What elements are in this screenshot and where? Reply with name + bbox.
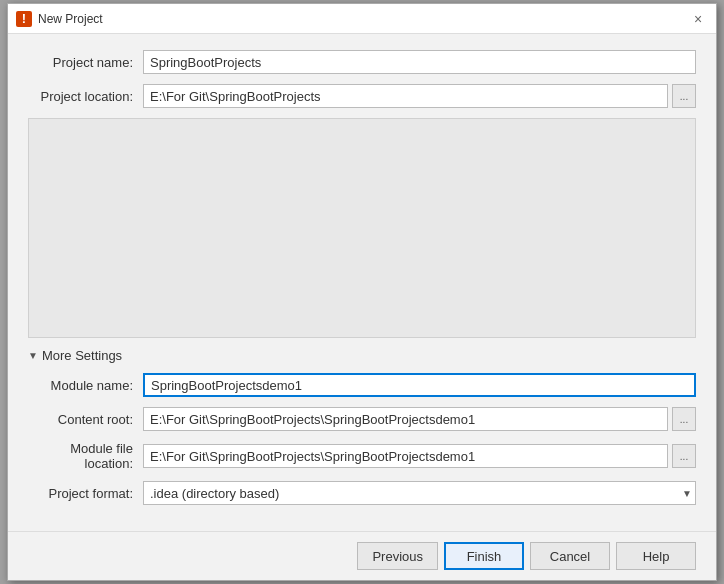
module-file-location-input-wrapper: ... bbox=[143, 444, 696, 468]
module-file-location-browse-button[interactable]: ... bbox=[672, 444, 696, 468]
module-name-label: Module name: bbox=[28, 378, 143, 393]
project-format-select[interactable]: .idea (directory based) Eclipse (.classp… bbox=[143, 481, 696, 505]
content-root-label: Content root: bbox=[28, 412, 143, 427]
more-settings-section: ▼ More Settings Module name: Content roo… bbox=[28, 348, 696, 505]
project-name-label: Project name: bbox=[28, 55, 143, 70]
project-location-input-wrapper: ... bbox=[143, 84, 696, 108]
module-name-row: Module name: bbox=[28, 373, 696, 397]
content-root-input[interactable] bbox=[143, 407, 668, 431]
module-file-location-row: Module file location: ... bbox=[28, 441, 696, 471]
project-format-row: Project format: .idea (directory based) … bbox=[28, 481, 696, 505]
module-name-input-wrapper bbox=[143, 373, 696, 397]
main-content-area bbox=[28, 118, 696, 338]
finish-button[interactable]: Finish bbox=[444, 542, 524, 570]
module-name-input[interactable] bbox=[143, 373, 696, 397]
module-file-location-input[interactable] bbox=[143, 444, 668, 468]
content-root-row: Content root: ... bbox=[28, 407, 696, 431]
content-root-browse-button[interactable]: ... bbox=[672, 407, 696, 431]
project-location-row: Project location: ... bbox=[28, 84, 696, 108]
project-name-input-wrapper bbox=[143, 50, 696, 74]
project-location-browse-button[interactable]: ... bbox=[672, 84, 696, 108]
dialog-body: Project name: Project location: ... ▼ Mo… bbox=[8, 34, 716, 531]
project-format-dropdown-wrapper: .idea (directory based) Eclipse (.classp… bbox=[143, 481, 696, 505]
more-settings-toggle[interactable]: ▼ More Settings bbox=[28, 348, 696, 363]
module-file-location-label: Module file location: bbox=[28, 441, 143, 471]
window-title: New Project bbox=[38, 12, 103, 26]
more-settings-label: More Settings bbox=[42, 348, 122, 363]
project-name-row: Project name: bbox=[28, 50, 696, 74]
title-bar: ! New Project × bbox=[8, 4, 716, 34]
previous-button[interactable]: Previous bbox=[357, 542, 438, 570]
help-button[interactable]: Help bbox=[616, 542, 696, 570]
dialog-footer: Previous Finish Cancel Help bbox=[8, 531, 716, 580]
project-name-input[interactable] bbox=[143, 50, 696, 74]
close-button[interactable]: × bbox=[688, 9, 708, 29]
project-location-input[interactable] bbox=[143, 84, 668, 108]
content-root-input-wrapper: ... bbox=[143, 407, 696, 431]
project-format-label: Project format: bbox=[28, 486, 143, 501]
title-bar-left: ! New Project bbox=[16, 11, 103, 27]
project-format-select-wrapper: .idea (directory based) Eclipse (.classp… bbox=[143, 481, 696, 505]
app-icon: ! bbox=[16, 11, 32, 27]
new-project-dialog: ! New Project × Project name: Project lo… bbox=[7, 3, 717, 581]
cancel-button[interactable]: Cancel bbox=[530, 542, 610, 570]
triangle-icon: ▼ bbox=[28, 350, 38, 361]
project-location-label: Project location: bbox=[28, 89, 143, 104]
